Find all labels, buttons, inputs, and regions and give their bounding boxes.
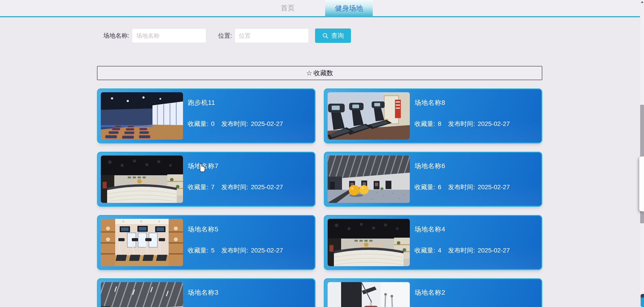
nav-item-home[interactable]: 首页 bbox=[281, 0, 294, 16]
fav-count-value: 8 bbox=[438, 120, 442, 127]
query-button[interactable]: 查询 bbox=[315, 28, 351, 43]
nav-tab-fitness-venues[interactable]: 健身场地 bbox=[325, 0, 373, 17]
venue-card[interactable]: 场地名称8 收藏量: 8 发布时间: 2025-02-27 bbox=[324, 88, 542, 143]
top-navbar: 首页 健身场地 bbox=[0, 0, 644, 17]
location-label: 位置: bbox=[218, 32, 232, 40]
venue-meta: 收藏量: 6 发布时间: 2025-02-27 bbox=[414, 183, 510, 191]
venue-meta: 收藏量: 4 发布时间: 2025-02-27 bbox=[414, 246, 510, 255]
venue-photo-weight-machine bbox=[328, 282, 410, 307]
venue-card[interactable]: 跑步机11 收藏量: 0 发布时间: 2025-02-27 bbox=[97, 88, 316, 143]
publish-time-value: 2025-02-27 bbox=[251, 120, 283, 127]
venue-title[interactable]: 场地名称3 bbox=[188, 288, 218, 297]
fav-count-value: 6 bbox=[438, 184, 442, 191]
publish-time-label: 发布时间: bbox=[221, 120, 248, 128]
fav-count-label: 收藏量: bbox=[414, 120, 435, 128]
publish-time-value: 2025-02-27 bbox=[478, 120, 510, 127]
edge-floating-panel[interactable] bbox=[639, 156, 644, 211]
venue-title[interactable]: 场地名称6 bbox=[414, 162, 445, 171]
venue-meta: 收藏量: 7 发布时间: 2025-02-27 bbox=[188, 183, 283, 191]
venue-title[interactable]: 场地名称2 bbox=[414, 288, 445, 297]
venue-photo-corridor-balls bbox=[328, 156, 410, 203]
venue-meta: 收藏量: 0 发布时间: 2025-02-27 bbox=[188, 120, 283, 128]
scrollbar-up-arrow-icon[interactable] bbox=[640, 0, 644, 4]
venue-card[interactable]: 场地名称3 收藏量: 发布时间: bbox=[97, 278, 316, 307]
venue-photo-reception bbox=[101, 156, 183, 203]
publish-time-value: 2025-02-27 bbox=[251, 184, 283, 191]
venue-name-label: 场地名称: bbox=[103, 32, 129, 40]
back-to-top-button[interactable] bbox=[641, 294, 644, 307]
star-icon: ☆ bbox=[306, 69, 312, 77]
venue-card[interactable]: 场地名称2 收藏量: 发布时间: bbox=[324, 278, 542, 307]
venue-photo-slat-gym bbox=[101, 282, 183, 307]
venue-name-input[interactable] bbox=[132, 28, 206, 43]
fav-count-label: 收藏量: bbox=[414, 183, 435, 191]
venue-photo-treadmills bbox=[328, 92, 410, 140]
fav-count-value: 7 bbox=[211, 184, 215, 191]
venue-card[interactable]: 场地名称7 收藏量: 7 发布时间: 2025-02-27 bbox=[97, 152, 316, 207]
fav-count-value: 0 bbox=[211, 120, 215, 127]
venue-photo-reception bbox=[328, 219, 410, 266]
venue-photo-blue-gym bbox=[101, 92, 183, 140]
venue-card[interactable]: 场地名称6 收藏量: 6 发布时间: 2025-02-27 bbox=[324, 152, 542, 207]
location-input[interactable] bbox=[235, 28, 309, 43]
query-button-label: 查询 bbox=[331, 31, 344, 40]
publish-time-label: 发布时间: bbox=[448, 120, 475, 128]
fav-count-value: 5 bbox=[211, 247, 215, 254]
vertical-scrollbar[interactable] bbox=[640, 0, 644, 307]
venue-card-grid: 跑步机11 收藏量: 0 发布时间: 2025-02-27 bbox=[97, 88, 542, 307]
venue-card[interactable]: 场地名称5 收藏量: 5 发布时间: 2025-02-27 bbox=[97, 215, 316, 270]
fav-count-label: 收藏量: bbox=[414, 246, 435, 255]
publish-time-label: 发布时间: bbox=[221, 183, 248, 191]
search-icon bbox=[322, 32, 328, 39]
venue-meta: 收藏量: 5 发布时间: 2025-02-27 bbox=[188, 246, 283, 255]
fav-count-value: 4 bbox=[438, 247, 442, 254]
venue-meta: 收藏量: 8 发布时间: 2025-02-27 bbox=[414, 120, 510, 128]
fav-count-label: 收藏量: bbox=[188, 183, 208, 191]
venue-photo-wood-gym bbox=[101, 219, 183, 266]
publish-time-value: 2025-02-27 bbox=[478, 247, 510, 254]
publish-time-value: 2025-02-27 bbox=[478, 184, 510, 191]
venue-card[interactable]: 场地名称4 收藏量: 4 发布时间: 2025-02-27 bbox=[324, 215, 542, 270]
publish-time-value: 2025-02-27 bbox=[251, 247, 283, 254]
venue-title[interactable]: 场地名称8 bbox=[414, 98, 445, 107]
publish-time-label: 发布时间: bbox=[221, 246, 248, 255]
fav-count-label: 收藏量: bbox=[188, 120, 208, 128]
search-form: 场地名称: 位置: 查询 bbox=[103, 28, 351, 43]
venue-title[interactable]: 场地名称7 bbox=[188, 162, 218, 171]
sort-bar-label: 收藏数 bbox=[314, 69, 333, 78]
venue-title[interactable]: 场地名称5 bbox=[188, 225, 218, 234]
publish-time-label: 发布时间: bbox=[448, 183, 475, 191]
sort-by-favorites-bar[interactable]: ☆ 收藏数 bbox=[97, 66, 542, 80]
venue-title[interactable]: 场地名称4 bbox=[414, 225, 445, 234]
fav-count-label: 收藏量: bbox=[188, 246, 208, 255]
venue-title[interactable]: 跑步机11 bbox=[188, 98, 215, 107]
publish-time-label: 发布时间: bbox=[448, 246, 475, 255]
